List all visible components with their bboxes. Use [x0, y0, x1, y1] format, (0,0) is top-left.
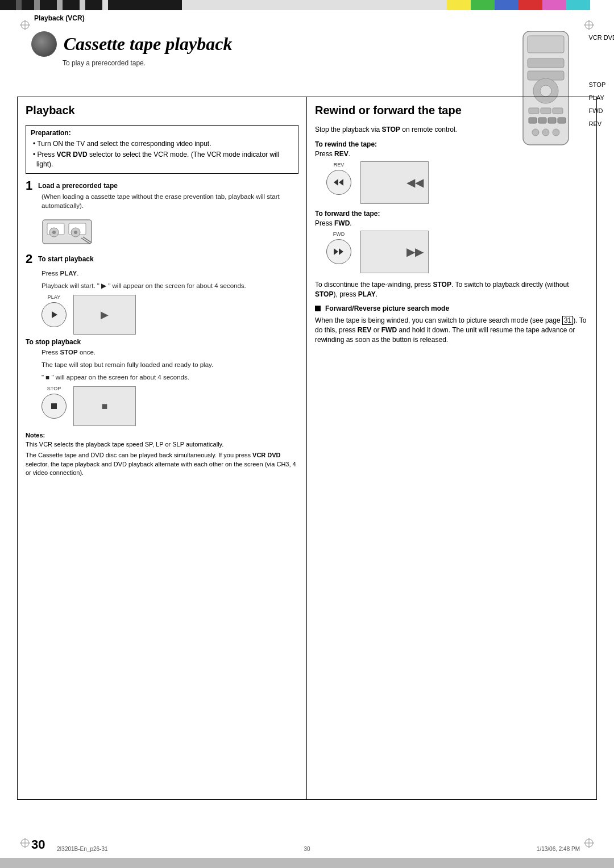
- rev-button-label: REV: [334, 162, 345, 168]
- color-swatches: [447, 0, 614, 10]
- rewind-title: To rewind the tape:: [315, 140, 588, 148]
- forward-reverse-label: Forward/Reverse picture search mode: [325, 304, 449, 312]
- svg-marker-39: [334, 179, 338, 186]
- step2-description: Playback will start. " ▶ " will appear o…: [42, 281, 298, 290]
- play-button-container: PLAY: [42, 302, 67, 327]
- preparation-title: Preparation:: [31, 129, 293, 137]
- stop-desc2: " ■ " will appear on the screen for abou…: [42, 373, 298, 382]
- svg-rect-13: [528, 36, 564, 53]
- crosshair-top-left: [20, 20, 30, 30]
- rev-button-icon: [326, 170, 351, 195]
- svg-rect-14: [528, 59, 564, 68]
- right-col-header: Rewind or forward the tape: [315, 104, 588, 119]
- play-button-row: PLAY ▶: [42, 295, 298, 335]
- svg-point-17: [540, 85, 551, 97]
- svg-marker-40: [339, 179, 343, 186]
- play-screen: ▶: [73, 295, 136, 335]
- svg-marker-42: [339, 248, 343, 255]
- svg-marker-41: [334, 248, 338, 255]
- fwd-button-area: FWD ▶▶: [326, 231, 588, 273]
- title-icon: [31, 31, 57, 57]
- step1-number: 1: [26, 180, 32, 192]
- vcr-dvd-label: VCR DVD: [588, 31, 614, 44]
- page-title: Cassette tape playback: [64, 34, 233, 54]
- step2-number: 2: [26, 253, 32, 265]
- main-columns: Playback Preparation: Turn ON the TV and…: [17, 97, 597, 800]
- stop-button-icon: [42, 394, 67, 419]
- prep-item-1: Turn ON the TV and select the correspond…: [31, 139, 293, 149]
- top-color-bar: [0, 0, 614, 10]
- crosshair-top-right: [584, 20, 594, 30]
- stop-title: To stop playback: [26, 338, 298, 346]
- notes-title: Notes:: [26, 432, 298, 439]
- preparation-list: Turn ON the TV and select the correspond…: [31, 139, 293, 169]
- forward-reverse-description: When the tape is being winded, you can s…: [315, 316, 588, 344]
- svg-point-31: [52, 231, 56, 234]
- forward-press: Press FWD.: [315, 219, 588, 227]
- play-button-icon: [42, 302, 67, 327]
- title-section: Cassette tape playback To play a prereco…: [31, 31, 270, 67]
- stop-button-label: STOP: [47, 386, 61, 391]
- step2-title: To start playback: [38, 253, 94, 263]
- cassette-illustration: [42, 215, 298, 248]
- svg-rect-38: [51, 403, 57, 409]
- section-header: Playback (VCR): [34, 14, 85, 22]
- stop-press: Press STOP once.: [42, 348, 298, 357]
- left-column: Playback Preparation: Turn ON the TV and…: [18, 97, 307, 799]
- note-1: This VCR selects the playback tape speed…: [26, 440, 298, 449]
- discontinue-text: To discontinue the tape-winding, press S…: [315, 280, 588, 299]
- step2-container: 2 To start playback: [26, 253, 298, 265]
- stop-button-container: STOP: [42, 394, 67, 419]
- fwd-button-label: FWD: [333, 231, 345, 237]
- fwd-button-container: FWD: [326, 239, 351, 264]
- svg-marker-37: [52, 311, 57, 318]
- stop-button-row: STOP ■: [42, 386, 298, 426]
- step1-title: Load a prerecorded tape: [38, 180, 118, 190]
- rev-button-container: REV: [326, 170, 351, 195]
- left-col-header: Playback: [26, 104, 298, 119]
- prep-item-2: Press VCR DVD selector to select the VCR…: [31, 150, 293, 169]
- cassette-svg: [42, 215, 93, 248]
- crosshair-bottom-left: [20, 838, 30, 848]
- step1-container: 1 Load a prerecorded tape (When loading …: [26, 180, 298, 210]
- black-square-icon: [315, 306, 321, 311]
- fwd-button-icon: [326, 239, 351, 264]
- rewind-press: Press REV.: [315, 150, 588, 158]
- page-number: 30: [31, 837, 45, 852]
- fwd-screen: ▶▶: [360, 231, 429, 273]
- right-column: Rewind or forward the tape Stop the play…: [307, 97, 596, 799]
- forward-title: To forward the tape:: [315, 210, 588, 218]
- play-button-label: PLAY: [48, 294, 60, 300]
- stop-screen: ■: [73, 386, 136, 426]
- footer-left: 2I3201B-En_p26-31: [57, 846, 108, 852]
- note-2: The Cassette tape and DVD disc can be pl…: [26, 451, 298, 477]
- bottom-bar: [0, 858, 614, 868]
- crosshair-bottom-right: [584, 838, 594, 848]
- stop-line: Stop the playback via STOP on remote con…: [315, 125, 588, 135]
- rev-button-area: REV ◀◀: [326, 161, 588, 204]
- page-subtitle: To play a prerecorded tape.: [63, 59, 270, 67]
- svg-point-34: [74, 231, 77, 234]
- footer-center: 30: [304, 846, 310, 852]
- preparation-box: Preparation: Turn ON the TV and select t…: [26, 125, 298, 174]
- step1-description: (When loading a cassette tape without th…: [42, 192, 298, 210]
- footer-right: 1/13/06, 2:48 PM: [537, 846, 580, 852]
- forward-reverse-title: Forward/Reverse picture search mode: [315, 304, 588, 312]
- rewind-screen: ◀◀: [360, 161, 429, 204]
- step2-press: Press PLAY.: [42, 269, 298, 278]
- stop-label: STOP: [588, 78, 614, 91]
- notes-section: Notes: This VCR selects the playback tap…: [26, 432, 298, 478]
- stop-desc1: The tape will stop but remain fully load…: [42, 360, 298, 369]
